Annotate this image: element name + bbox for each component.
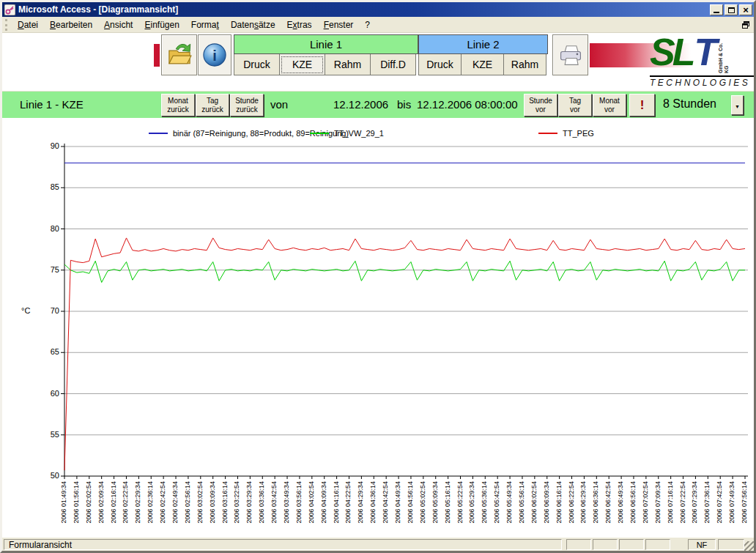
access-key-icon (4, 4, 15, 15)
menubar-grip[interactable] (5, 19, 7, 31)
control-bar: Linie 1 - KZE MonatzurückTagzurückStunde… (2, 91, 754, 118)
x-tick-label: 2006 06:42:54 (604, 481, 612, 537)
x-tick-label: 2006 03:02:54 (196, 481, 204, 537)
x-tick-label: 2006 04:22:54 (344, 481, 352, 537)
x-tick-label: 2006 02:56:14 (184, 481, 191, 537)
status-panel (718, 539, 744, 550)
status-panel (619, 539, 644, 550)
from-date: 12.12.2006 (333, 98, 388, 111)
menu-item-ansicht[interactable]: Ansicht (98, 18, 138, 32)
range-dropdown-button[interactable]: ▼ (731, 95, 744, 115)
to-datetime: 12.12.2006 08:00:00 (417, 98, 518, 111)
x-tick-label: 2006 03:56:14 (295, 481, 303, 537)
brand-stripe (154, 44, 160, 67)
x-tick-label: 2006 06:29:34 (579, 481, 587, 537)
nav-back-group: MonatzurückTagzurückStundezurück (161, 94, 264, 116)
x-tick-label: 2006 01:49:34 (60, 481, 67, 537)
print-button[interactable] (552, 34, 588, 75)
menu-item-einfugen[interactable]: Einfügen (138, 18, 185, 32)
button-linie-1-druck[interactable]: Druck (234, 54, 280, 75)
nav-back-stunde[interactable]: Stundezurück (230, 94, 264, 116)
resize-grip[interactable] (744, 541, 754, 551)
y-tick-label: 55 (34, 430, 59, 439)
group-header-linie-2: Linie 2 (418, 34, 548, 54)
group-linie-2: Linie 2DruckKZERahm (418, 34, 548, 75)
open-button[interactable] (161, 34, 197, 75)
nav-forward-tag[interactable]: Tagvor (558, 94, 592, 116)
x-tick-label: 2006 05:56:14 (518, 481, 525, 537)
logo-t-text: T (694, 34, 717, 70)
button-linie-1-kze[interactable]: KZE (279, 54, 325, 75)
x-tick-label: 2006 03:16:14 (221, 481, 229, 537)
x-tick-label: 2006 05:22:54 (456, 481, 464, 537)
button-linie-2-druck[interactable]: Druck (418, 54, 462, 75)
alert-button[interactable]: ! (629, 94, 655, 116)
x-tick-label: 2006 07:49:34 (728, 481, 735, 537)
x-tick-label: 2006 07:22:54 (679, 481, 686, 537)
info-icon: i (201, 41, 229, 69)
window-title: Microsoft Access - [Diagrammansicht] (18, 4, 710, 15)
restore-window-icon[interactable] (742, 21, 749, 29)
chart-area: binär (87=Reinigung, 88=Produkt, 89=Rein… (2, 118, 754, 537)
status-nf: NF (688, 539, 716, 550)
x-tick-label: 2006 04:16:14 (333, 481, 340, 537)
nav-forward-monat[interactable]: Monatvor (593, 94, 626, 116)
slt-logo: SL T GmbH & Co. KG TECHNOLOGIES (650, 34, 755, 88)
x-tick-label: 2006 06:22:54 (568, 481, 575, 537)
x-tick-label: 2006 03:36:14 (258, 481, 265, 537)
printer-icon (557, 41, 585, 69)
svg-text:i: i (212, 48, 217, 64)
menu-item-datensatze[interactable]: Datensätze (225, 18, 281, 32)
x-tick-label: 2006 02:09:34 (97, 481, 105, 537)
y-tick-label: 50 (34, 471, 59, 480)
x-tick-label: 2006 07:36:14 (703, 481, 711, 537)
maximize-icon (728, 7, 735, 13)
x-tick-label: 2006 07:42:54 (716, 481, 723, 537)
menu-item-fenster[interactable]: Fenster (318, 18, 360, 32)
logo-gmbh-text: GmbH & Co. KG (718, 40, 730, 73)
x-tick-label: 2006 05:36:14 (481, 481, 488, 537)
x-tick-label: 2006 04:36:14 (369, 481, 377, 537)
info-button[interactable]: i (198, 34, 231, 75)
nav-forward-stunde[interactable]: Stundevor (524, 94, 557, 116)
button-linie-2-rahm[interactable]: Rahm (503, 54, 546, 75)
y-tick-label: 75 (34, 265, 59, 274)
button-linie-1-rahm[interactable]: Rahm (325, 54, 371, 75)
x-tick-label: 2006 02:16:14 (110, 481, 117, 537)
y-tick-label: 80 (34, 224, 59, 233)
x-tick-label: 2006 03:09:34 (209, 481, 216, 537)
nav-back-monat[interactable]: Monatzurück (161, 94, 195, 116)
menu-item-help[interactable]: ? (359, 18, 376, 32)
menu-item-bearbeiten[interactable]: Bearbeiten (44, 18, 98, 32)
button-linie-2-kze[interactable]: KZE (461, 54, 504, 75)
x-tick-label: 2006 04:49:34 (394, 481, 401, 537)
y-tick-label: 90 (34, 141, 59, 150)
x-tick-label: 2006 07:29:34 (691, 481, 698, 537)
x-tick-label: 2006 06:16:14 (555, 481, 563, 537)
x-tick-label: 2006 07:16:14 (667, 481, 674, 537)
y-tick-label: 85 (34, 182, 59, 191)
maximize-button[interactable] (724, 4, 738, 15)
x-tick-label: 2006 06:49:34 (617, 481, 624, 537)
menu-item-datei[interactable]: Datei (12, 18, 44, 32)
status-message: Formularansicht (4, 539, 562, 550)
x-tick-label: 2006 02:49:34 (171, 481, 179, 537)
menu-item-extras[interactable]: Extras (281, 18, 318, 32)
x-tick-label: 2006 06:02:54 (530, 481, 538, 537)
nav-back-tag[interactable]: Tagzurück (196, 94, 229, 116)
close-button[interactable]: × (739, 4, 752, 15)
x-tick-label: 2006 05:49:34 (505, 481, 513, 537)
x-tick-label: 2006 07:02:54 (642, 481, 649, 537)
x-tick-label: 2006 03:29:34 (245, 481, 253, 537)
button-linie-1-diff-d[interactable]: Diff.D (370, 54, 416, 75)
folder-open-icon (165, 40, 194, 70)
y-tick-label: 60 (34, 389, 59, 398)
x-tick-label: 2006 05:29:34 (468, 481, 475, 537)
menu-item-format[interactable]: Format (185, 18, 225, 32)
plot-svg (2, 118, 754, 537)
x-tick-label: 2006 05:42:54 (493, 481, 500, 537)
minimize-button[interactable] (710, 4, 723, 15)
x-tick-label: 2006 06:56:14 (629, 481, 637, 537)
x-tick-label: 2006 04:29:34 (357, 481, 364, 537)
logo-technologies-text: TECHNOLOGIES (650, 75, 755, 88)
